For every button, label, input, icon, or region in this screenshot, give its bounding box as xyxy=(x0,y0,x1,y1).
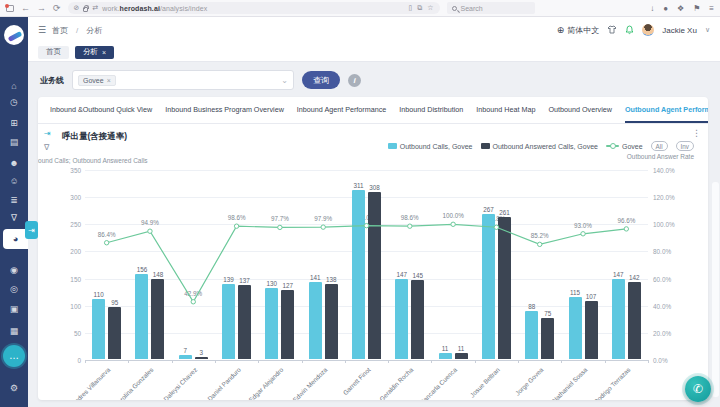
swap-icon[interactable]: ⇄ xyxy=(92,4,98,12)
sidebar-item-calendar[interactable]: ▦ xyxy=(0,322,28,340)
search-box[interactable]: Search xyxy=(447,2,535,14)
expand-icon[interactable]: ⇥ xyxy=(44,129,51,138)
legend-all-button[interactable]: All xyxy=(651,141,668,151)
app-header: ☰ 首页 / 分析 ⊕ 简体中文 Jackie Xu ∨ xyxy=(28,17,720,43)
line-marker[interactable] xyxy=(624,227,628,231)
legend-item[interactable]: Outbound Calls, Govee xyxy=(388,143,473,150)
url-bar[interactable]: ⊘ ⇄ work.herodash.ai/analysis/index ▯ ⧉ … xyxy=(68,2,440,14)
sidebar-item-share[interactable]: ◎ xyxy=(0,280,28,298)
sidebar: ⌂◷⊞▤☻☺≣∇◕◉◎▣▦…⚙ xyxy=(0,17,28,407)
y-axis-tick-label: 350 xyxy=(43,167,81,174)
line-marker[interactable] xyxy=(278,225,282,229)
phone-fab[interactable]: ✆ xyxy=(685,376,711,402)
x-axis-tick xyxy=(258,360,259,363)
tab-inbound-distribution[interactable]: Inbound Distribution xyxy=(399,97,463,123)
browser-tab-icon[interactable] xyxy=(6,5,14,12)
line-marker[interactable] xyxy=(494,225,498,229)
page-tab-home[interactable]: 首页 xyxy=(38,46,69,59)
sidebar-item-team[interactable]: ☻ xyxy=(0,154,28,172)
right-axis-note: Outbound Answer Rate xyxy=(627,153,694,160)
refresh-icon[interactable]: ⟳ xyxy=(53,4,61,13)
chat-icon: … xyxy=(9,351,19,361)
y-axis-tick-label: 200 xyxy=(43,248,81,255)
sidebar-item-funnel[interactable]: ∇ xyxy=(0,209,28,227)
site-info-icon[interactable]: ⊘ xyxy=(74,4,80,12)
y-axis-tick-label: 0 xyxy=(43,357,81,364)
query-button[interactable]: 查询 xyxy=(302,71,340,89)
bar-value-label: 147 xyxy=(613,271,624,278)
legend-label: Govee xyxy=(622,143,643,150)
secondary-axis-tick-label: 120.0% xyxy=(653,194,693,201)
line-marker[interactable] xyxy=(451,222,455,226)
sidebar-item-layers[interactable]: ≣ xyxy=(0,191,28,209)
x-axis-tick xyxy=(518,360,519,363)
sidebar-item-chat[interactable]: … xyxy=(3,345,25,367)
legend-label: Outbound Answered Calls, Govee xyxy=(493,143,598,150)
collapse-menu-icon[interactable]: ☰ xyxy=(38,25,46,35)
sidebar-item-settings[interactable]: ⚙ xyxy=(0,379,28,397)
line-marker[interactable] xyxy=(321,225,325,229)
sidebar-expand-handle[interactable]: ⇥ xyxy=(25,221,38,239)
x-axis-tick xyxy=(648,360,649,363)
line-marker[interactable] xyxy=(364,223,368,227)
line-marker[interactable] xyxy=(234,224,238,228)
legend-inv-button[interactable]: Inv xyxy=(676,141,694,151)
page-tab-analysis[interactable]: 分析× xyxy=(75,46,114,59)
forward-icon[interactable]: → xyxy=(37,4,46,13)
tab-inbound-outbound-quick-view[interactable]: Inbound &Outbound Quick View xyxy=(50,97,152,123)
x-axis-label: Rodrigo Terrazas xyxy=(592,366,631,400)
sidebar-item-insights-eye[interactable]: ◉ xyxy=(0,261,28,279)
notifications-bell-icon[interactable] xyxy=(625,25,634,35)
analytics-pie-icon: ◕ xyxy=(13,235,18,244)
breadcrumb-home[interactable]: 首页 xyxy=(52,25,68,36)
business-line-select[interactable]: Govee × ⌄ xyxy=(72,70,294,90)
line-marker[interactable] xyxy=(104,241,108,245)
tab-inbound-business-program-overview[interactable]: Inbound Business Program Overview xyxy=(165,97,284,123)
secondary-axis-tick-label: 40.0% xyxy=(653,303,693,310)
line-marker[interactable] xyxy=(538,242,542,246)
line-marker[interactable] xyxy=(408,224,412,228)
remove-tag-icon[interactable]: × xyxy=(107,77,111,84)
chart-panel: ⇥ ∇ 呼出量(含接通率) ⋮ Outbound Calls, GoveeOut… xyxy=(38,124,708,400)
tab-outbound-overview[interactable]: Outbound Overview xyxy=(548,97,612,123)
bookmark-star-icon[interactable]: ☆ xyxy=(427,4,433,12)
app-logo[interactable] xyxy=(4,25,24,45)
scrollbar[interactable] xyxy=(712,182,719,397)
container-icon[interactable]: ⧉ xyxy=(417,4,422,12)
sidebar-item-customers[interactable]: ☺ xyxy=(0,172,28,190)
close-tab-icon[interactable]: × xyxy=(102,49,106,56)
tab-inbound-agent-performance[interactable]: Inbound Agent Performance xyxy=(297,97,387,123)
line-marker[interactable] xyxy=(148,229,152,233)
tab-inbound-heat-map[interactable]: Inbound Heat Map xyxy=(476,97,535,123)
download-icon[interactable]: ↓ xyxy=(650,4,654,13)
info-icon[interactable]: i xyxy=(348,74,361,87)
more-options-icon[interactable]: ⋮ xyxy=(692,128,701,138)
avatar[interactable] xyxy=(642,24,654,36)
insights-eye-icon: ◉ xyxy=(10,266,18,275)
line-marker[interactable] xyxy=(191,300,195,304)
tab-outbound-agent-performance[interactable]: Outbound Agent Performance xyxy=(625,97,708,123)
lock-icon xyxy=(83,7,88,12)
bar-value-label: 130 xyxy=(267,280,278,287)
user-name[interactable]: Jackie Xu xyxy=(662,26,697,35)
gridline xyxy=(85,360,648,361)
language-switch[interactable]: ⊕ 简体中文 xyxy=(557,25,600,36)
line-marker[interactable] xyxy=(581,232,585,236)
reader-icon[interactable]: ▯ xyxy=(408,4,412,12)
bar-value-label: 107 xyxy=(586,293,597,300)
theme-shirt-icon[interactable] xyxy=(607,25,617,36)
account-icon[interactable]: ● xyxy=(663,4,668,13)
sidebar-item-gallery[interactable]: ▣ xyxy=(0,300,28,318)
menu-icon[interactable]: ≡ xyxy=(709,4,714,13)
extensions-icon[interactable]: ❖ xyxy=(677,4,684,13)
sidebar-item-orders[interactable]: ▤ xyxy=(0,133,28,151)
filter-funnel-icon[interactable]: ∇ xyxy=(44,143,51,152)
x-axis-label: Daleysi Chavez xyxy=(162,366,198,400)
back-icon[interactable]: ← xyxy=(21,4,30,13)
flag-icon[interactable]: ⚑ xyxy=(693,4,700,13)
legend-item[interactable]: Govee xyxy=(606,143,643,150)
sidebar-item-apps[interactable]: ⊞ xyxy=(0,114,28,132)
selected-tag[interactable]: Govee × xyxy=(78,75,116,86)
legend-item[interactable]: Outbound Answered Calls, Govee xyxy=(481,143,598,150)
sidebar-item-monitor[interactable]: ◷ xyxy=(0,93,28,111)
